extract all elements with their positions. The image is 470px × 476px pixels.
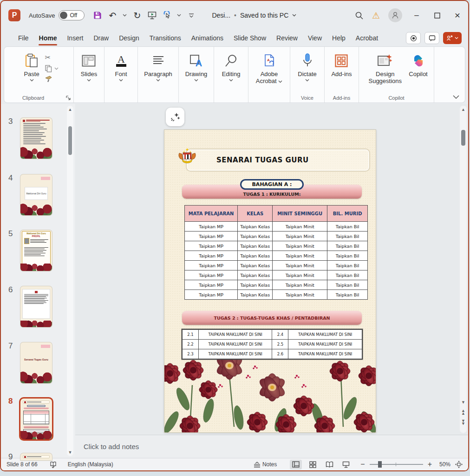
slide-thumbnail-3[interactable]: [20, 118, 52, 159]
slide-canvas[interactable]: SENARAI TUGAS GURU BAHAGIAN A : TUGAS 1 …: [164, 130, 376, 432]
close-button[interactable]: ×: [451, 10, 463, 21]
table1-cell[interactable]: Taipkan Bil: [327, 222, 368, 232]
table-row[interactable]: Taipkan MPTaipkan KelasTaipkan MinitTaip…: [185, 261, 368, 270]
table1-cell[interactable]: Taipkan MP: [185, 280, 238, 290]
table1-cell[interactable]: Taipkan Minit: [273, 241, 327, 251]
copy-icon[interactable]: [45, 65, 52, 72]
tab-slide-show[interactable]: Slide Show: [228, 32, 271, 45]
slide-thumbnail-9[interactable]: [20, 453, 52, 460]
copilot-button[interactable]: Copilot: [407, 51, 429, 78]
table-row[interactable]: Taipkan MPTaipkan KelasTaipkan MinitTaip…: [185, 251, 368, 261]
table2-cell[interactable]: TAIPKAN MAKLUMAT DI SINI: [198, 349, 272, 359]
tab-file[interactable]: File: [13, 32, 34, 45]
table1-cell[interactable]: Taipkan Bil: [327, 261, 368, 270]
zoom-out-button[interactable]: −: [360, 460, 365, 469]
design-suggestions-button[interactable]: Design Suggestions: [363, 51, 407, 85]
autosave-toggle[interactable]: Off: [59, 10, 85, 20]
reading-view-button[interactable]: [323, 460, 335, 470]
table1-cell[interactable]: Taipkan MP: [185, 241, 238, 251]
table2-cell[interactable]: 2.6: [272, 349, 288, 359]
table2-cell[interactable]: TAIPKAN MAKLUMAT DI SINI: [288, 340, 362, 349]
table-row[interactable]: Taipkan MPTaipkan KelasTaipkan MinitTaip…: [185, 241, 368, 251]
table-row[interactable]: Taipkan MPTaipkan KelasTaipkan MinitTaip…: [185, 290, 368, 300]
powerpoint-logo-icon[interactable]: P: [8, 9, 20, 21]
slide-thumbnail-4[interactable]: Maklumat Diri Guru: [20, 174, 52, 215]
table1-cell[interactable]: Taipkan Kelas: [238, 261, 273, 270]
presenter-pointer-icon[interactable]: [162, 11, 171, 20]
dictate-button[interactable]: Dictate: [293, 51, 321, 83]
slide-title-box[interactable]: SENARAI TUGAS GURU: [186, 148, 370, 172]
slide-thumbnail-6[interactable]: [20, 286, 52, 327]
save-status-dropdown-icon[interactable]: [292, 14, 296, 17]
start-slideshow-icon[interactable]: [147, 11, 157, 20]
tab-insert[interactable]: Insert: [62, 32, 88, 45]
table1-cell[interactable]: Taipkan Kelas: [238, 251, 273, 261]
adobe-acrobat-button[interactable]: A Adobe Acrobat: [248, 51, 290, 85]
table1-cell[interactable]: Taipkan Kelas: [238, 241, 273, 251]
table1-cell[interactable]: Taipkan MP: [185, 290, 238, 300]
table2-cell[interactable]: 2.5: [272, 340, 288, 349]
maximize-button[interactable]: [431, 13, 443, 19]
section-pill[interactable]: BAHAGIAN A :: [240, 179, 304, 190]
font-group-button[interactable]: A Font: [110, 51, 133, 83]
addins-button[interactable]: Add-ins: [326, 51, 356, 78]
zoom-in-button[interactable]: +: [428, 460, 432, 469]
slide-counter[interactable]: Slide 8 of 66: [7, 461, 38, 468]
scroll-up-icon[interactable]: ▲: [460, 107, 467, 112]
table2-cell[interactable]: TAIPKAN MAKLUMAT DI SINI: [198, 330, 272, 340]
save-icon[interactable]: [93, 11, 102, 20]
table2-cell[interactable]: 2.4: [272, 330, 288, 340]
zoom-slider-thumb[interactable]: [378, 461, 382, 468]
thumbnail-scrollbar[interactable]: ▲ ▼: [67, 106, 73, 456]
table1-cell[interactable]: Taipkan Bil: [327, 280, 368, 290]
table-row[interactable]: Taipkan MPTaipkan KelasTaipkan MinitTaip…: [185, 270, 368, 280]
table1-cell[interactable]: Taipkan Kelas: [238, 232, 273, 241]
table1-cell[interactable]: Taipkan MP: [185, 270, 238, 280]
tab-draw[interactable]: Draw: [88, 32, 114, 45]
redo-icon[interactable]: ↻: [132, 11, 142, 20]
thumb-scroll-up-icon[interactable]: ▲: [67, 107, 73, 112]
next-slide-button[interactable]: ▼▼: [460, 419, 467, 425]
designer-sparkle-button[interactable]: [166, 108, 184, 126]
table1-cell[interactable]: Taipkan Kelas: [238, 222, 273, 232]
clipboard-dialog-launcher-icon[interactable]: [66, 96, 71, 101]
table2-cell[interactable]: 2.2: [183, 340, 199, 349]
slide-thumbnail-7[interactable]: Senarai Tugas Guru: [20, 342, 52, 383]
slides-group-button[interactable]: Slides: [76, 51, 102, 83]
table1-cell[interactable]: Taipkan Bil: [327, 251, 368, 261]
comments-button[interactable]: [424, 32, 439, 44]
customize-qat-icon[interactable]: [187, 11, 196, 20]
table-row[interactable]: 2.2TAIPKAN MAKLUMAT DI SINI2.5TAIPKAN MA…: [183, 340, 362, 349]
account-avatar[interactable]: [388, 8, 402, 22]
tab-review[interactable]: Review: [271, 32, 303, 45]
editing-group-button[interactable]: Editing: [217, 51, 245, 83]
copy-dropdown-icon[interactable]: [54, 67, 59, 70]
table1-cell[interactable]: Taipkan MP: [185, 251, 238, 261]
notes-pane[interactable]: Click to add notes: [75, 435, 468, 458]
normal-view-button[interactable]: [290, 460, 302, 470]
table2-cell[interactable]: 2.3: [183, 349, 199, 359]
table1-cell[interactable]: Taipkan Kelas: [238, 290, 273, 300]
save-status[interactable]: Saved to this PC: [240, 12, 288, 19]
table2-cell[interactable]: TAIPKAN MAKLUMAT DI SINI: [288, 349, 362, 359]
scroll-down-icon[interactable]: ▼: [460, 400, 467, 405]
presenter-dropdown-icon[interactable]: [177, 14, 181, 17]
spellcheck-icon[interactable]: [50, 461, 57, 468]
share-dropdown-icon[interactable]: [455, 37, 458, 39]
table1-cell[interactable]: Taipkan MP: [185, 232, 238, 241]
slide-sorter-view-button[interactable]: [307, 460, 319, 470]
undo-dropdown-icon[interactable]: [123, 14, 127, 17]
table1-cell[interactable]: Taipkan Minit: [273, 222, 327, 232]
table2-cell[interactable]: 2.1: [183, 330, 199, 340]
table-row[interactable]: 2.1TAIPKAN MAKLUMAT DI SINI2.4TAIPKAN MA…: [183, 330, 362, 340]
tab-view[interactable]: View: [303, 32, 327, 45]
table1-cell[interactable]: Taipkan Bil: [327, 232, 368, 241]
table-row[interactable]: Taipkan MPTaipkan KelasTaipkan MinitTaip…: [185, 232, 368, 241]
table1-cell[interactable]: Taipkan Bil: [327, 290, 368, 300]
slide-thumbnail-5[interactable]: Maklumat Diri Guru PROFIL: [20, 230, 52, 271]
document-title[interactable]: Desi...: [212, 12, 230, 19]
zoom-slider[interactable]: [370, 464, 423, 465]
table1-cell[interactable]: Taipkan Minit: [273, 270, 327, 280]
table1-cell[interactable]: Taipkan MP: [185, 222, 238, 232]
slide-title[interactable]: SENARAI TUGAS GURU: [216, 156, 309, 164]
